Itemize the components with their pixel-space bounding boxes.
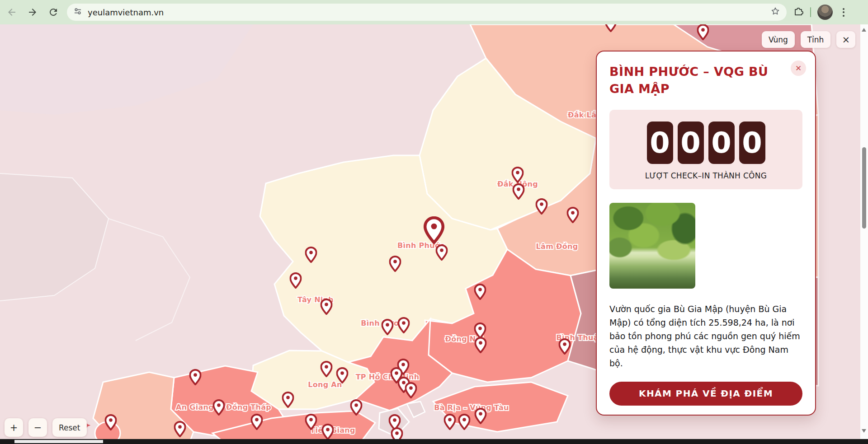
counter-digit: 0 (647, 122, 673, 164)
address-bar[interactable]: yeulamvietnam.vn (67, 4, 787, 21)
zoom-in-button[interactable]: + (5, 418, 23, 437)
vertical-scroll-thumb[interactable] (862, 147, 866, 229)
province-label: TP Hồ Chí Minh (356, 373, 420, 381)
url-text[interactable]: yeulamvietnam.vn (88, 8, 770, 17)
map-close-button[interactable]: × (836, 31, 855, 48)
counter-digit: 0 (739, 122, 765, 164)
card-close-button[interactable]: ✕ (791, 61, 806, 76)
province-toggle-button[interactable]: Tỉnh (801, 31, 831, 48)
location-description: Vườn quốc gia Bù Gia Mập (huyện Bù Gia M… (609, 302, 802, 370)
zoom-out-button[interactable]: − (28, 418, 47, 437)
location-photo (609, 203, 695, 289)
vertical-scrollbar[interactable] (860, 24, 868, 439)
province-label: Lâm Đồng (536, 242, 578, 251)
explore-location-button[interactable]: KHÁM PHÁ VỀ ĐỊA ĐIỂM (609, 382, 802, 406)
scroll-up-icon[interactable] (862, 28, 866, 32)
counter-caption: LƯỢT CHECK–IN THÀNH CÔNG (615, 171, 797, 180)
location-card: BÌNH PHƯỚC – VQG BÙ GIA MẬP ✕ 0000 LƯỢT … (596, 51, 816, 416)
bookmark-star-icon[interactable] (770, 6, 780, 18)
reset-button[interactable]: Reset (52, 418, 87, 437)
reload-icon[interactable] (44, 3, 62, 21)
province-label: An Giang (176, 403, 214, 411)
province-label: Bà Rịa – Vũng Tàu (434, 403, 509, 412)
menu-icon[interactable] (839, 8, 848, 17)
extensions-icon[interactable] (793, 6, 804, 19)
region-toggle-button[interactable]: Vùng (762, 31, 795, 48)
scroll-down-icon[interactable] (862, 429, 866, 433)
forward-icon[interactable] (24, 3, 42, 21)
counter-digits: 0000 (615, 122, 797, 164)
province-label: Đồng Tháp (226, 403, 271, 411)
browser-toolbar: yeulamvietnam.vn (0, 0, 868, 24)
location-title: BÌNH PHƯỚC – VQG BÙ GIA MẬP (609, 63, 783, 98)
horizontal-scrollbar[interactable] (0, 439, 868, 444)
checkin-counter: 0000 LƯỢT CHECK–IN THÀNH CÔNG (609, 110, 802, 189)
counter-digit: 0 (708, 122, 735, 164)
province-label: Long An (308, 380, 342, 389)
map-zoom-controls: + − Reset (5, 418, 87, 437)
profile-avatar[interactable] (817, 5, 833, 20)
counter-digit: 0 (678, 122, 704, 164)
horizontal-scroll-thumb[interactable] (14, 440, 103, 443)
toolbar-separator (810, 7, 811, 17)
site-info-icon[interactable] (73, 7, 82, 18)
map-view-toggles: Vùng Tỉnh × (762, 31, 855, 48)
back-icon[interactable] (3, 3, 21, 21)
